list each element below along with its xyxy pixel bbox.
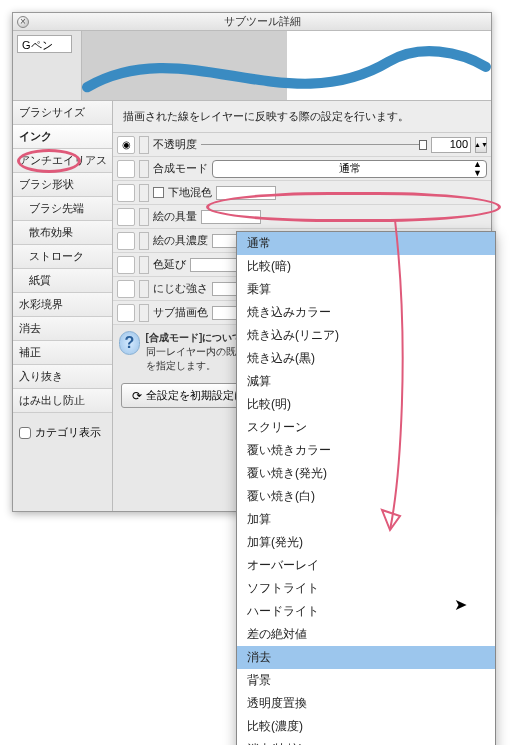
eye-icon[interactable]	[117, 232, 135, 250]
dropdown-item[interactable]: 乗算	[237, 278, 495, 301]
prop-label: 絵の具濃度	[153, 233, 208, 248]
eye-icon[interactable]: ◉	[117, 136, 135, 154]
checkbox-icon	[19, 427, 31, 439]
checkbox-icon[interactable]	[153, 187, 164, 198]
help-icon: ?	[119, 331, 140, 355]
dropdown-item[interactable]: 透明度置換	[237, 692, 495, 715]
eye-icon[interactable]	[117, 208, 135, 226]
opacity-row: ◉ 不透明度 100 ▲▼	[113, 133, 491, 157]
close-button[interactable]: ×	[17, 16, 29, 28]
dropdown-item[interactable]: オーバーレイ	[237, 554, 495, 577]
dropdown-item[interactable]: 焼き込み(黒)	[237, 347, 495, 370]
prop-row-0: 下地混色	[113, 181, 491, 205]
cursor-icon: ➤	[454, 595, 467, 614]
prop-label: 色延び	[153, 257, 186, 272]
drag-handle[interactable]	[139, 208, 149, 226]
drag-handle[interactable]	[139, 136, 149, 154]
titlebar: × サブツール詳細	[13, 13, 491, 31]
sidebar-item-9[interactable]: 消去	[13, 317, 112, 341]
prop-row-1: 絵の具量	[113, 205, 491, 229]
dropdown-item[interactable]: スクリーン	[237, 416, 495, 439]
sidebar-item-0[interactable]: ブラシサイズ	[13, 101, 112, 125]
tool-name-wrap: Gペン	[13, 31, 81, 100]
prop-label: 下地混色	[168, 185, 212, 200]
dropdown-item[interactable]: 通常	[237, 232, 495, 255]
sidebar-item-10[interactable]: 補正	[13, 341, 112, 365]
dropdown-item[interactable]: 焼き込み(リニア)	[237, 324, 495, 347]
drag-handle[interactable]	[139, 184, 149, 202]
drag-handle[interactable]	[139, 280, 149, 298]
sidebar-item-7[interactable]: 紙質	[13, 269, 112, 293]
opacity-slider[interactable]	[201, 138, 427, 152]
dropdown-item[interactable]: 比較(明)	[237, 393, 495, 416]
prop-input[interactable]	[201, 210, 261, 224]
sidebar-item-2[interactable]: アンチエイリアス	[13, 149, 112, 173]
dropdown-item[interactable]: 覆い焼き(白)	[237, 485, 495, 508]
combo-arrows-icon: ▲▼	[473, 160, 482, 178]
drag-handle[interactable]	[139, 304, 149, 322]
dropdown-item[interactable]: 覆い焼き(発光)	[237, 462, 495, 485]
sidebar-item-4[interactable]: ブラシ先端	[13, 197, 112, 221]
opacity-label: 不透明度	[153, 137, 197, 152]
dropdown-item[interactable]: 覆い焼きカラー	[237, 439, 495, 462]
eye-icon[interactable]	[117, 184, 135, 202]
dropdown-item[interactable]: 加算	[237, 508, 495, 531]
tool-name[interactable]: Gペン	[17, 35, 72, 53]
category-label: カテゴリ表示	[35, 425, 101, 440]
prop-input[interactable]	[216, 186, 276, 200]
blend-label: 合成モード	[153, 161, 208, 176]
sidebar-item-5[interactable]: 散布効果	[13, 221, 112, 245]
prop-label: にじむ強さ	[153, 281, 208, 296]
drag-handle[interactable]	[139, 256, 149, 274]
sidebar-item-3[interactable]: ブラシ形状	[13, 173, 112, 197]
eye-icon[interactable]	[117, 280, 135, 298]
prop-label: サブ描画色	[153, 305, 208, 320]
dropdown-item[interactable]: 消去	[237, 646, 495, 669]
sidebar-item-6[interactable]: ストローク	[13, 245, 112, 269]
dropdown-item[interactable]: 背景	[237, 669, 495, 692]
dropdown-item[interactable]: 消去(比較)	[237, 738, 495, 745]
dropdown-item[interactable]: 減算	[237, 370, 495, 393]
eye-icon[interactable]	[117, 256, 135, 274]
dropdown-item[interactable]: 差の絶対値	[237, 623, 495, 646]
dropdown-item[interactable]: 焼き込みカラー	[237, 301, 495, 324]
sidebar-item-8[interactable]: 水彩境界	[13, 293, 112, 317]
prop-label: 絵の具量	[153, 209, 197, 224]
drag-handle[interactable]	[139, 160, 149, 178]
drag-handle[interactable]	[139, 232, 149, 250]
eye-icon[interactable]	[117, 160, 135, 178]
blend-row: 合成モード 通常 ▲▼	[113, 157, 491, 181]
panel-description: 描画された線をレイヤーに反映する際の設定を行います。	[113, 101, 491, 133]
blend-mode-dropdown[interactable]: 通常比較(暗)乗算焼き込みカラー焼き込み(リニア)焼き込み(黒)減算比較(明)ス…	[236, 231, 496, 745]
gear-icon: ⟳	[132, 389, 142, 403]
stroke-preview	[81, 31, 491, 100]
dropdown-item[interactable]: 加算(発光)	[237, 531, 495, 554]
preview-row: Gペン	[13, 31, 491, 101]
opacity-stepper[interactable]: ▲▼	[475, 137, 487, 153]
eye-icon[interactable]	[117, 304, 135, 322]
dropdown-item[interactable]: 比較(暗)	[237, 255, 495, 278]
blend-combo[interactable]: 通常 ▲▼	[212, 160, 487, 178]
blend-value: 通常	[339, 161, 361, 176]
sidebar-item-12[interactable]: はみ出し防止	[13, 389, 112, 413]
opacity-value[interactable]: 100	[431, 137, 471, 153]
sidebar-item-11[interactable]: 入り抜き	[13, 365, 112, 389]
dropdown-item[interactable]: 比較(濃度)	[237, 715, 495, 738]
category-toggle[interactable]: カテゴリ表示	[13, 419, 112, 446]
sidebar-item-1[interactable]: インク	[13, 125, 112, 149]
window-title: サブツール詳細	[37, 14, 487, 29]
sidebar: ブラシサイズインクアンチエイリアスブラシ形状ブラシ先端散布効果ストローク紙質水彩…	[13, 101, 113, 511]
